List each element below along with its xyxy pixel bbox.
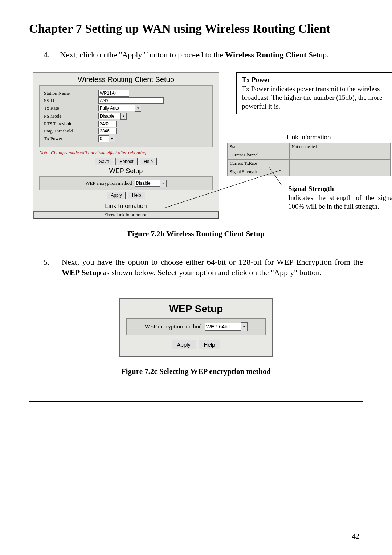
select-wep-method[interactable] bbox=[205, 323, 241, 331]
label-ps-mode: PS Mode bbox=[44, 113, 98, 119]
table-row: Signal Strength bbox=[228, 168, 391, 176]
wep-button-row: Apply Help bbox=[33, 192, 219, 199]
row-tx-rate: Tx Rate ▾ bbox=[44, 105, 208, 112]
chevron-down-icon[interactable]: ▾ bbox=[160, 180, 167, 187]
help-button[interactable]: Help bbox=[199, 340, 221, 349]
link-info-title: Link Information bbox=[227, 134, 391, 141]
table-row: Current TxRate bbox=[228, 159, 391, 168]
label-frag: Frag Threshold bbox=[44, 128, 98, 134]
table-row: Current Channel bbox=[228, 151, 391, 159]
figure-7-2c-caption: Figure 7.2c Selecting WEP encryption met… bbox=[29, 367, 363, 376]
table-row: State Not connected bbox=[228, 143, 391, 151]
callout-tx-power: Tx Power Tx Power indicates power transm… bbox=[236, 72, 392, 114]
select-ps-mode[interactable] bbox=[98, 113, 120, 119]
link-info-heading: Link Infomation bbox=[33, 203, 219, 210]
row-frag: Frag Threshold bbox=[44, 128, 208, 134]
row-ssid: SSID bbox=[44, 97, 208, 104]
step-4-text-a: Next, click on the "Apply" button to pro… bbox=[60, 50, 225, 59]
wep-setup-heading: WEP Setup bbox=[33, 167, 219, 175]
wep-method-label: WEP encryption method bbox=[144, 323, 202, 330]
cell-val bbox=[289, 151, 390, 159]
cell-key: State bbox=[228, 143, 290, 151]
wrcs-title: Wireless Routing Client Setup bbox=[33, 76, 219, 84]
callout-body: Tx Power indicates power transmit to the… bbox=[242, 85, 382, 110]
figure-7-2c: WEP Setup WEP encryption method ▾ Apply … bbox=[119, 298, 273, 357]
step-5-paragraph: 5.Next, you have the option to choose ei… bbox=[62, 257, 363, 278]
label-tx-rate: Tx Rate bbox=[44, 105, 98, 111]
reboot-note: Note: Changes made will only take effect… bbox=[39, 150, 219, 156]
link-info-table: State Not connected Current Channel Curr… bbox=[227, 143, 391, 176]
page-number: 42 bbox=[352, 532, 359, 540]
wep-setup-box: WEP encryption method ▾ bbox=[39, 176, 213, 190]
select-wep-method[interactable] bbox=[135, 180, 160, 187]
step-number: 4. bbox=[44, 49, 58, 60]
chevron-down-icon[interactable]: ▾ bbox=[109, 135, 115, 142]
input-ssid[interactable] bbox=[98, 97, 164, 104]
wep-method-label: WEP encryption method bbox=[85, 180, 132, 186]
heading-rule bbox=[29, 38, 363, 38]
input-rts[interactable] bbox=[98, 121, 117, 127]
cell-key: Current TxRate bbox=[228, 159, 290, 168]
row-ps-mode: PS Mode ▾ bbox=[44, 113, 208, 120]
step-5-bold: WEP Setup bbox=[62, 268, 101, 277]
callout-body: Indicates the strength of the signal. 10… bbox=[288, 194, 392, 210]
callout-signal-strength: Signal Strength Indicates the strength o… bbox=[283, 181, 392, 214]
cell-key: Current Channel bbox=[228, 151, 290, 159]
chapter-heading: Chapter 7 Setting up WAN using Wireless … bbox=[29, 22, 363, 36]
step-5-text-b: as shown below. Select your option and c… bbox=[101, 268, 322, 277]
wep-method-box: WEP encryption method ▾ bbox=[126, 318, 266, 335]
wrcs-button-row: Save Reboot Help bbox=[33, 158, 219, 165]
cell-val bbox=[289, 159, 390, 168]
apply-button[interactable]: Apply bbox=[172, 340, 196, 349]
input-frag[interactable] bbox=[98, 128, 117, 134]
label-rts: RTS Threshold bbox=[44, 121, 98, 127]
step-5-text-a: Next, you have the option to choose eith… bbox=[62, 257, 363, 266]
chevron-down-icon[interactable]: ▾ bbox=[120, 113, 127, 120]
cell-val bbox=[289, 168, 390, 176]
row-tx-power: Tx Power ▾ bbox=[44, 135, 208, 142]
callout-title: Tx Power bbox=[242, 76, 387, 84]
footer-rule bbox=[29, 401, 363, 402]
figure-7-2b: Wireless Routing Client Setup Station Na… bbox=[29, 70, 363, 219]
chevron-down-icon[interactable]: ▾ bbox=[135, 105, 141, 112]
select-tx-rate[interactable] bbox=[98, 105, 135, 111]
callout-title: Signal Strength bbox=[288, 184, 392, 193]
wep-setup-title: WEP Setup bbox=[120, 303, 272, 315]
row-rts: RTS Threshold bbox=[44, 121, 208, 127]
label-tx-power: Tx Power bbox=[44, 136, 98, 142]
save-button[interactable]: Save bbox=[95, 158, 113, 165]
label-ssid: SSID bbox=[44, 98, 98, 103]
help-button[interactable]: Help bbox=[140, 158, 157, 165]
reboot-button[interactable]: Reboot bbox=[115, 158, 138, 165]
wrcs-panel: Wireless Routing Client Setup Station Na… bbox=[33, 72, 219, 217]
cell-key: Signal Strength bbox=[228, 168, 290, 176]
chevron-down-icon[interactable]: ▾ bbox=[241, 322, 248, 331]
wrcs-form: Station Name SSID Tx Rate ▾ PS Mode bbox=[39, 85, 213, 147]
step-4-bold: Wireless Routing Client bbox=[225, 50, 306, 59]
step-4-paragraph: 4. Next, click on the "Apply" button to … bbox=[29, 49, 363, 60]
figure-7-2b-caption: Figure 7.2b Wireless Routing Client Setu… bbox=[29, 229, 363, 238]
step-number: 5. bbox=[44, 257, 62, 268]
show-link-info-button[interactable]: Show Link Information bbox=[33, 211, 219, 219]
help-button[interactable]: Help bbox=[128, 192, 145, 199]
step-4-text-b: Setup. bbox=[306, 50, 328, 59]
apply-button[interactable]: Apply bbox=[107, 192, 126, 199]
label-station-name: Station Name bbox=[44, 90, 98, 96]
select-tx-power[interactable] bbox=[98, 135, 109, 142]
row-station-name: Station Name bbox=[44, 90, 208, 97]
input-station-name[interactable] bbox=[98, 90, 129, 97]
wep-button-row: Apply Help bbox=[120, 340, 272, 349]
link-info-table-panel: Link Information State Not connected Cur… bbox=[227, 134, 391, 176]
cell-val: Not connected bbox=[289, 143, 390, 151]
